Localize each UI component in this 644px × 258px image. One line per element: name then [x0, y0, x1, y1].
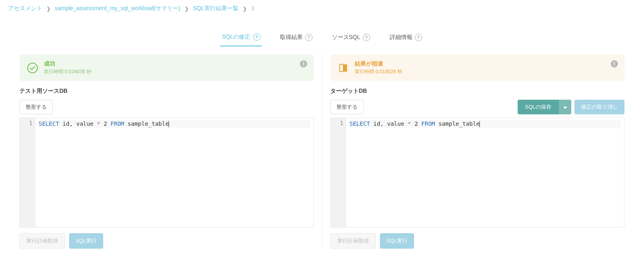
svg-point-0 [28, 63, 37, 73]
exec-plan-button: 実行計画取得 [330, 233, 376, 249]
panels: 成功 実行時間 0.024036 秒 ! テスト用ソースDB 整形する 1 SE… [0, 46, 644, 257]
editor-gutter: 1 [20, 118, 35, 227]
help-icon[interactable]: ? [363, 34, 370, 41]
editor-code[interactable]: SELECT id, value * 2 FROM sample_table [346, 118, 624, 227]
toolbar-left: 整形する [20, 100, 314, 114]
toolbar-right: 整形する SQLの保存 修正の取り消し [330, 100, 624, 114]
chevron-down-icon [563, 107, 567, 109]
breadcrumb-link-assessment[interactable]: アセスメント [8, 5, 42, 12]
section-label-source: テスト用ソースDB [20, 87, 314, 95]
chevron-right-icon: ❯ [243, 6, 247, 12]
panel-target-db: 結果が相違 実行時間 0.018028 秒 ! ターゲットDB 整形する SQL… [322, 55, 628, 249]
bottom-toolbar-right: 実行計画取得 SQL実行 [330, 233, 624, 249]
svg-rect-2 [343, 64, 347, 72]
help-icon[interactable]: ? [415, 34, 422, 41]
info-icon[interactable]: ! [611, 60, 618, 68]
diff-icon [338, 62, 349, 74]
tab-source-sql[interactable]: ソースSQL ? [330, 29, 372, 46]
check-circle-icon [27, 62, 38, 74]
tab-details[interactable]: 詳細情報 ? [388, 29, 424, 46]
tab-sql-fix[interactable]: SQLの修正 ? [220, 29, 262, 46]
code-line: SELECT id, value * 2 FROM sample_table [349, 120, 621, 128]
breadcrumb-current: 3 [251, 5, 254, 12]
editor-code[interactable]: SELECT id, value * 2 FROM sample_table [35, 118, 313, 227]
sql-save-dropdown[interactable] [559, 100, 571, 114]
undo-fix-button[interactable]: 修正の取り消し [575, 100, 624, 114]
tab-label: 取得結果 [280, 34, 303, 41]
exec-plan-button: 実行計画取得 [20, 233, 65, 249]
format-button[interactable]: 整形する [20, 100, 53, 114]
tab-label: 詳細情報 [390, 34, 412, 41]
chevron-right-icon: ❯ [46, 6, 51, 12]
tab-fetch-result[interactable]: 取得結果 ? [278, 29, 314, 46]
status-success: 成功 実行時間 0.024036 秒 ! [20, 55, 314, 81]
status-title: 結果が相違 [355, 60, 402, 68]
editor-gutter: 1 [331, 118, 346, 227]
chevron-right-icon: ❯ [184, 6, 189, 12]
breadcrumb: アセスメント ❯ sample_assessment_my_sql_worklo… [0, 0, 644, 17]
format-button[interactable]: 整形する [330, 100, 364, 114]
sql-editor-source[interactable]: 1 SELECT id, value * 2 FROM sample_table [20, 118, 314, 227]
sql-editor-target[interactable]: 1 SELECT id, value * 2 FROM sample_table [330, 118, 624, 227]
status-subtitle: 実行時間 0.024036 秒 [44, 68, 91, 75]
help-icon[interactable]: ? [253, 33, 260, 41]
sql-exec-button[interactable]: SQL実行 [380, 233, 414, 249]
panel-source-db: 成功 実行時間 0.024036 秒 ! テスト用ソースDB 整形する 1 SE… [16, 55, 322, 249]
info-icon[interactable]: ! [300, 60, 307, 68]
help-icon[interactable]: ? [305, 34, 312, 41]
tab-label: SQLの修正 [222, 33, 250, 41]
sql-save-split-button: SQLの保存 [518, 100, 571, 114]
sql-save-button[interactable]: SQLの保存 [518, 100, 559, 114]
breadcrumb-link-summary[interactable]: sample_assessment_my_sql_workload(サマリー) [55, 5, 180, 12]
bottom-toolbar-left: 実行計画取得 SQL実行 [20, 233, 314, 249]
code-line: SELECT id, value * 2 FROM sample_table [39, 120, 310, 128]
tab-label: ソースSQL [332, 34, 360, 41]
tabs: SQLの修正 ? 取得結果 ? ソースSQL ? 詳細情報 ? [0, 29, 644, 46]
sql-exec-button[interactable]: SQL実行 [69, 233, 103, 249]
svg-rect-1 [340, 64, 343, 72]
breadcrumb-link-results[interactable]: SQL実行結果一覧 [193, 5, 239, 12]
section-label-target: ターゲットDB [330, 87, 624, 95]
status-warn: 結果が相違 実行時間 0.018028 秒 ! [330, 55, 624, 81]
status-subtitle: 実行時間 0.018028 秒 [355, 68, 402, 75]
status-title: 成功 [44, 60, 91, 68]
